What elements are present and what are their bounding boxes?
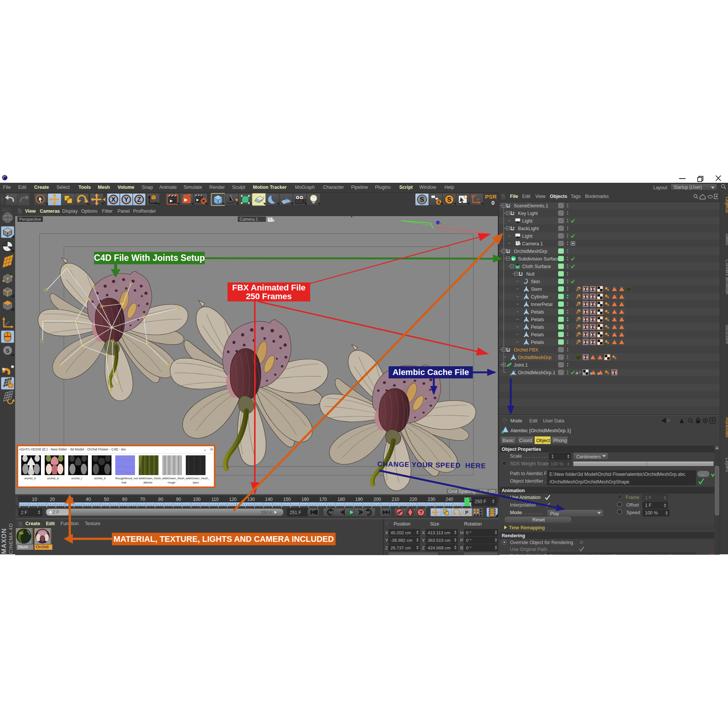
svg-text:250 Frames: 250 Frames [246,292,292,301]
svg-text:Alembic Cache File: Alembic Cache File [392,367,469,377]
svg-text:C4D File With Joints Setup: C4D File With Joints Setup [94,253,205,263]
svg-text:CHANGE YOUR SPEED HERE: CHANGE YOUR SPEED HERE [377,460,486,470]
svg-text:FBX Animated File: FBX Animated File [232,283,306,292]
svg-text:MATERIAL, TEXTURE, LIGHTS AND: MATERIAL, TEXTURE, LIGHTS AND CAMERA INC… [114,535,334,544]
